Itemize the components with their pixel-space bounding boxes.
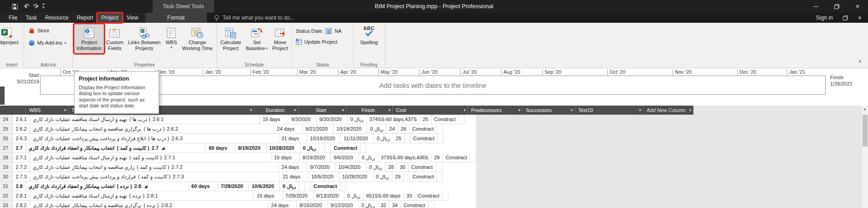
cell-duration[interactable]: 24 days — [279, 162, 308, 172]
cell-cost[interactable]: ريال 0 — [366, 162, 385, 172]
row-number[interactable]: 25 — [0, 124, 13, 134]
subproject-button[interactable]: P Subproject — [0, 24, 21, 47]
cell-succ[interactable] — [404, 172, 410, 182]
cell-finish[interactable]: 11/11/2020 — [341, 134, 374, 143]
cell-succ[interactable]: 26 — [398, 124, 410, 134]
cell-wbs[interactable]: 2.7.1 — [13, 153, 30, 162]
cell-start[interactable]: 9/21/2020 — [303, 124, 334, 134]
cell-addnew[interactable] — [459, 115, 465, 124]
cell-finish[interactable]: 10/6/2020 — [249, 182, 280, 191]
cell-start[interactable]: 7/28/2020 — [282, 191, 313, 201]
cell-text10[interactable]: Constract — [409, 162, 436, 172]
cell-wbs[interactable]: 2.7 — [13, 143, 26, 153]
cell-text10[interactable]: Constract — [410, 172, 437, 182]
row-number[interactable]: 28 — [0, 153, 13, 162]
cell-duration[interactable]: 15 days — [272, 153, 300, 162]
cell-text10[interactable]: Constract — [415, 191, 442, 201]
cell-cost[interactable]: ريال 0 — [300, 143, 319, 153]
cell-succ[interactable] — [305, 182, 311, 191]
cell-task[interactable]: تهيه و ارسال اسناد مناقصه عمليات نازك كا… — [30, 153, 272, 162]
cell-finish[interactable]: 8/13/2020 — [313, 191, 344, 201]
cell-cost[interactable]: ريال 0 — [373, 172, 392, 182]
cell-pred[interactable]: 24 — [386, 124, 398, 134]
change-working-time-button[interactable]: Change Working Time — [180, 24, 215, 53]
spelling-button[interactable]: ABC Spelling — [358, 24, 380, 47]
cell-succ[interactable]: 30 — [397, 162, 408, 172]
cell-wbs[interactable]: 2.6.2 — [13, 124, 30, 134]
cell-succ[interactable]: 34 — [389, 201, 401, 208]
vertical-scrollbar[interactable]: ▲ — [861, 106, 868, 208]
cell-text10[interactable]: Constract — [443, 153, 470, 162]
cell-finish[interactable]: 10/18/2020 — [334, 124, 367, 134]
cell-cost[interactable]: ريال 0 — [348, 115, 367, 124]
cell-text10[interactable]: Constract — [401, 201, 428, 208]
column-header-text10[interactable]: Text10 ▾ — [575, 106, 643, 115]
cell-task[interactable]: برگزاري مناقصه و انتخاب پيمانكار عمليات … — [30, 124, 274, 134]
cell-text10[interactable]: Constract — [410, 124, 437, 134]
cell-pred[interactable]: 28 — [385, 162, 397, 172]
cell-finish[interactable]: 10/28/2020 — [339, 172, 373, 182]
store-button[interactable]: Store — [28, 26, 66, 35]
filter-dropdown-icon[interactable]: ▾ — [689, 108, 691, 112]
cell-addnew[interactable] — [360, 143, 366, 153]
cell-finish[interactable]: 10/28/2020 — [267, 143, 300, 153]
column-header-num[interactable]: ▾ — [0, 106, 26, 115]
cell-duration[interactable]: 60 days — [189, 182, 218, 191]
cell-task[interactable]: قرارداد و پرداخت پيش پرداخت عمليات نازك … — [30, 172, 280, 182]
cell-pred[interactable]: 32 — [378, 201, 389, 208]
cell-pred[interactable]: 373SS-60 days,436S — [378, 153, 431, 162]
save-icon[interactable] — [12, 4, 18, 10]
cell-succ[interactable] — [405, 134, 411, 143]
cell-pred[interactable] — [299, 182, 305, 191]
cell-pred[interactable]: 374SS-60 days,437S — [367, 115, 420, 124]
cell-pred[interactable]: 25 — [393, 134, 405, 143]
cell-wbs[interactable]: 2.7.3 — [13, 172, 30, 182]
cell-start[interactable]: 9/3/2020 — [288, 115, 317, 124]
cell-succ[interactable]: 29 — [431, 153, 443, 162]
close-window-icon[interactable]: × — [858, 14, 862, 21]
project-information-button[interactable]: Project Information — [74, 24, 104, 53]
row-number[interactable]: 29 — [0, 162, 13, 172]
filter-dropdown-icon[interactable]: ▾ — [570, 108, 573, 112]
cell-finish[interactable]: 9/12/2020 — [328, 201, 359, 208]
links-between-projects-button[interactable]: P Links Between Projects — [126, 24, 163, 53]
cell-text10[interactable]: Constract — [311, 182, 340, 191]
column-header-addnew[interactable]: Add New Column ▾ — [643, 106, 693, 115]
filter-dropdown-icon[interactable]: ▾ — [388, 108, 390, 112]
column-header-finish[interactable]: Finish ▾ — [346, 106, 393, 115]
cell-start[interactable]: 7/28/2020 — [218, 182, 249, 191]
cell-cost[interactable]: ريال 0 — [359, 201, 378, 208]
cell-duration[interactable]: 24 days — [268, 201, 297, 208]
cell-start[interactable]: 8/15/2020 — [297, 201, 328, 208]
filter-dropdown-icon[interactable]: ▾ — [518, 108, 520, 112]
cell-duration[interactable]: 21 days — [279, 134, 308, 143]
tab-view[interactable]: View — [123, 13, 143, 23]
row-number[interactable]: 30 — [0, 172, 13, 182]
cell-cost[interactable]: ريال 0 — [367, 124, 386, 134]
column-header-start[interactable]: Start ▾ — [298, 106, 346, 115]
cell-finish[interactable]: 9/6/2020 — [331, 153, 359, 162]
cell-start[interactable]: 8/19/2020 — [300, 153, 331, 162]
row-number[interactable]: 33 — [0, 201, 13, 208]
filter-dropdown-icon[interactable]: ▾ — [294, 108, 296, 112]
row-number[interactable]: 26 — [0, 134, 13, 143]
update-project-button[interactable]: Update Project — [296, 37, 342, 46]
row-number[interactable]: 24 — [0, 115, 13, 124]
redo-button[interactable]: ↷▾ — [33, 2, 37, 10]
cell-task[interactable]: تهيه و ارسال اسناد مناقصه عمليات نازك كا… — [30, 115, 260, 124]
summary-collapse-icon[interactable]: ◢ — [144, 184, 147, 188]
cell-text10[interactable]: Constract — [331, 143, 360, 153]
filter-dropdown-icon[interactable]: ▾ — [64, 108, 66, 112]
cell-task[interactable]: ابلاغ قرارداد و پرداخت پيش پرداخت عمليات… — [30, 134, 279, 143]
cell-duration[interactable]: 15 days — [254, 191, 282, 201]
cell-task[interactable]: برگزاري مناقصه و انتخاب پيمانكار عمليات … — [30, 201, 268, 208]
cell-succ[interactable] — [325, 143, 331, 153]
move-project-button[interactable]: Move Project — [270, 24, 290, 53]
cell-cost[interactable]: ريال 0 — [280, 182, 299, 191]
cell-start[interactable]: 10/5/2020 — [308, 172, 339, 182]
cell-pred[interactable]: 651SS-60 days — [364, 191, 404, 201]
cell-cost[interactable]: ريال 0 — [374, 134, 393, 143]
cell-addnew[interactable] — [428, 201, 434, 208]
column-header-pred[interactable]: Predecessors ▾ — [468, 106, 523, 115]
cell-addnew[interactable] — [340, 182, 346, 191]
